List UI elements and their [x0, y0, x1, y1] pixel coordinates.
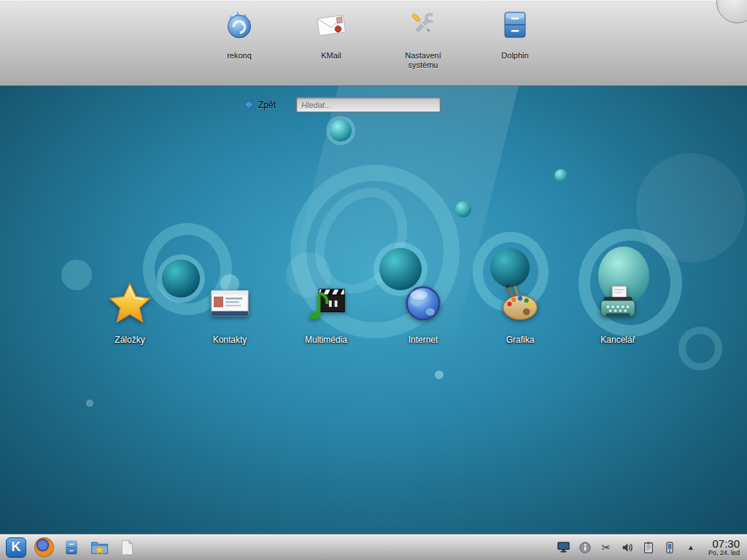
- kde-logo-icon: K: [6, 537, 26, 558]
- desktop: rekonq KMail: [0, 0, 747, 560]
- clock-time: 07:30: [708, 538, 740, 550]
- favorites-row: rekonq KMail: [206, 6, 549, 70]
- klipper-scissors-icon[interactable]: ✂: [599, 540, 614, 555]
- search-input[interactable]: [296, 97, 441, 112]
- graphics-palette-icon: [496, 279, 544, 327]
- category-label: Kancelář: [600, 335, 635, 345]
- category-grid: Záložky Kontakty: [0, 279, 747, 367]
- kmail-icon: [312, 6, 350, 44]
- wallpaper-bubble: [435, 370, 444, 379]
- back-button-label: Zpět: [258, 100, 276, 110]
- internet-globe-icon: [399, 279, 447, 327]
- category-graphics[interactable]: Grafika: [480, 279, 560, 345]
- system-settings-icon: [404, 6, 442, 44]
- category-label: Záložky: [115, 335, 144, 345]
- favorite-label: Nastavení systému: [391, 51, 455, 70]
- category-office[interactable]: Kancelář: [578, 279, 658, 345]
- panel-cashew-toolbox[interactable]: [716, 0, 747, 23]
- category-multimedia[interactable]: Multimédia: [286, 279, 366, 345]
- wallpaper-bubble: [330, 120, 352, 141]
- rekonq-icon: [220, 6, 258, 44]
- document-icon: [118, 539, 136, 556]
- wallpaper-bubble: [554, 169, 568, 182]
- firefox-launcher[interactable]: [32, 537, 55, 559]
- dolphin-icon: [496, 6, 534, 44]
- category-label: Multimédia: [305, 335, 347, 345]
- category-label: Internet: [409, 335, 438, 345]
- wallpaper-bubble: [455, 201, 471, 217]
- display-settings-icon[interactable]: [557, 540, 571, 555]
- digital-clock[interactable]: 07:30 Po, 24. led: [708, 538, 743, 556]
- favorite-dolphin[interactable]: Dolphin: [481, 6, 549, 70]
- kde-menu-button[interactable]: K: [4, 537, 28, 559]
- kde-logo-letter: K: [12, 540, 21, 555]
- device-notifier-icon[interactable]: [662, 540, 677, 555]
- favorite-kmail[interactable]: KMail: [298, 6, 365, 70]
- tray-expand-chevron-icon[interactable]: ▲: [684, 540, 698, 555]
- favorite-label: Dolphin: [501, 51, 528, 61]
- contacts-card-icon: [206, 279, 254, 327]
- office-typewriter-icon: [594, 279, 642, 327]
- file-manager-launcher[interactable]: [60, 537, 83, 559]
- wallpaper-bubble: [86, 400, 93, 407]
- show-desktop-button[interactable]: [115, 537, 139, 559]
- favorite-rekonq[interactable]: rekonq: [206, 6, 273, 70]
- multimedia-note-clapper-icon: [302, 279, 350, 327]
- category-label: Kontakty: [213, 335, 247, 345]
- info-notifications-icon[interactable]: [578, 540, 592, 555]
- clock-date: Po, 24. led: [708, 550, 740, 556]
- wallpaper-ring: [636, 153, 746, 262]
- file-cabinet-icon: [62, 538, 81, 557]
- search-row: Zpět: [242, 97, 441, 112]
- bookmarks-folder-launcher[interactable]: [88, 537, 111, 559]
- back-arrow-icon: [242, 98, 255, 111]
- clipboard-icon[interactable]: [641, 540, 656, 555]
- category-bookmarks[interactable]: Záložky: [90, 279, 170, 345]
- category-label: Grafika: [506, 335, 535, 345]
- back-button[interactable]: Zpět: [242, 98, 276, 111]
- favorite-system-settings[interactable]: Nastavení systému: [390, 6, 457, 70]
- folder-star-icon: [90, 537, 109, 557]
- favorite-label: KMail: [321, 51, 341, 61]
- category-internet[interactable]: Internet: [383, 279, 463, 345]
- taskbar: K: [0, 534, 747, 560]
- bookmarks-star-icon: [106, 279, 154, 327]
- system-tray: ✂: [557, 540, 698, 555]
- volume-icon[interactable]: [620, 540, 635, 555]
- favorites-panel: rekonq KMail: [0, 0, 747, 86]
- firefox-icon: [34, 537, 54, 557]
- favorite-label: rekonq: [227, 51, 252, 61]
- category-contacts[interactable]: Kontakty: [190, 279, 270, 345]
